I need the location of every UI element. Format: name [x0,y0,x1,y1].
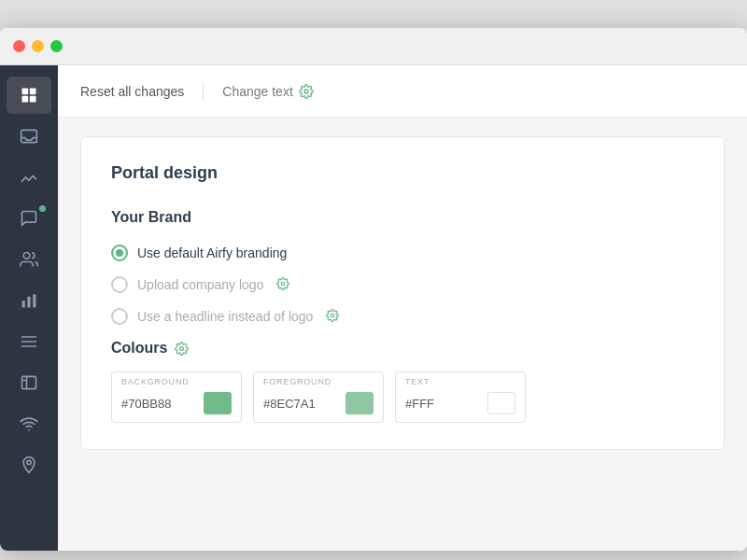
svg-point-16 [331,314,335,317]
sidebar [0,65,58,551]
chart-line-icon [20,168,38,187]
sidebar-item-messages[interactable] [7,200,51,237]
svg-point-14 [304,90,308,93]
brand-section-title: Your Brand [111,209,694,226]
svg-rect-7 [33,294,35,307]
svg-point-17 [180,346,184,350]
app-window: Reset all changes Change text Portal des… [0,28,747,551]
colours-title: Colours [111,340,167,357]
foreground-label: FOREGROUND [254,372,383,388]
radio-headline[interactable]: Use a headline instead of logo [111,308,694,325]
messages-badge [39,205,46,212]
sidebar-item-reports[interactable] [7,282,51,319]
svg-point-15 [282,282,286,286]
sidebar-item-analytics[interactable] [7,159,51,196]
sidebar-item-portal[interactable] [7,364,51,401]
card-title: Portal design [111,163,694,183]
svg-rect-11 [22,376,36,388]
traffic-lights [13,40,63,52]
bar-chart-icon [20,291,38,310]
title-bar [0,28,747,65]
foreground-field-row: #8EC7A1 [254,388,383,422]
text-field-row: #FFF [396,388,525,422]
background-field-row: #70BB88 [112,388,241,422]
svg-point-12 [28,429,30,431]
sidebar-item-wifi[interactable] [7,405,51,442]
colours-gear-icon[interactable] [175,342,189,356]
svg-rect-3 [30,96,36,103]
svg-rect-5 [22,301,25,308]
upload-logo-gear-icon [276,277,289,293]
text-colour-field[interactable]: TEXT #FFF [395,371,526,423]
text-value: #FFF [405,397,480,411]
portal-icon [20,373,38,392]
location-pin-icon [20,455,38,474]
radio-upload-logo-circle [111,276,128,293]
maximize-button[interactable] [50,40,63,52]
grid-icon [20,86,38,105]
background-value: #70BB88 [121,397,196,411]
headline-gear-icon [326,309,339,325]
radio-default-branding[interactable]: Use default Airfy branding [111,245,694,261]
radio-headline-label: Use a headline instead of logo [137,309,313,324]
foreground-value: #8EC7A1 [263,397,338,411]
foreground-swatch[interactable] [345,392,374,414]
users-icon [20,250,38,269]
background-swatch[interactable] [204,392,232,414]
background-label: BACKGROUND [112,372,241,388]
foreground-colour-field[interactable]: FOREGROUND #8EC7A1 [253,371,384,423]
text-label: TEXT [396,372,525,388]
colour-inputs: BACKGROUND #70BB88 FOREGROUND #8EC7A1 [111,371,694,423]
wifi-icon [20,414,38,433]
toolbar: Reset all changes Change text [58,65,747,118]
radio-upload-logo-label: Upload company logo [137,277,263,292]
change-text-button[interactable]: Change text [222,84,314,99]
radio-default-branding-label: Use default Airfy branding [137,245,287,260]
sidebar-item-location[interactable] [7,446,51,483]
sidebar-item-contacts[interactable] [7,241,51,278]
list-icon [20,332,38,351]
chat-icon [20,209,38,228]
svg-rect-0 [22,89,29,95]
reset-changes-button[interactable]: Reset all changes [80,80,184,103]
change-text-gear-icon [299,84,314,99]
radio-upload-logo[interactable]: Upload company logo [111,276,694,293]
colours-header: Colours [111,340,694,357]
sidebar-item-list[interactable] [7,323,51,360]
content-area: Reset all changes Change text Portal des… [58,65,747,551]
change-text-label: Change text [222,84,293,99]
svg-rect-1 [30,89,36,95]
radio-default-branding-circle [111,245,128,261]
inbox-icon [20,127,38,146]
toolbar-divider [203,82,204,101]
portal-design-card: Portal design Your Brand Use default Air… [80,136,725,450]
text-swatch[interactable] [487,392,515,414]
background-colour-field[interactable]: BACKGROUND #70BB88 [111,371,242,423]
svg-rect-6 [27,297,30,308]
sidebar-item-inbox[interactable] [7,118,51,155]
close-button[interactable] [13,40,25,52]
svg-point-13 [27,460,31,464]
svg-rect-2 [22,96,29,103]
radio-headline-circle [111,308,128,325]
main-layout: Reset all changes Change text Portal des… [0,65,747,551]
sidebar-item-dashboard[interactable] [7,77,51,114]
svg-point-4 [23,253,30,259]
panel: Portal design Your Brand Use default Air… [58,118,747,551]
minimize-button[interactable] [32,40,44,52]
